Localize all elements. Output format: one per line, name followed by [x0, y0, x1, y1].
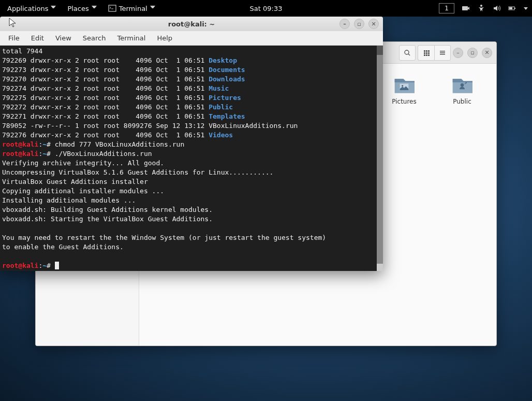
menu-search[interactable]: Search: [78, 32, 111, 44]
panel-right: 1: [439, 3, 528, 13]
chevron-down-icon: [51, 6, 56, 11]
search-button[interactable]: [399, 45, 416, 61]
svg-point-6: [405, 50, 409, 54]
view-group: [418, 45, 451, 61]
terminal-window: root@kali: ~ – ▫ ✕ FileEditViewSearchTer…: [0, 17, 383, 271]
places-label: Places: [67, 5, 88, 12]
svg-rect-7: [424, 50, 425, 52]
menu-help[interactable]: Help: [152, 32, 178, 44]
terminal-icon: [108, 4, 116, 12]
svg-rect-10: [424, 52, 425, 54]
view-grid-button[interactable]: [418, 45, 434, 61]
mouse-cursor-icon: [9, 18, 17, 30]
scrollbar-down[interactable]: [377, 264, 383, 271]
view-menu-button[interactable]: [434, 45, 451, 61]
close-button[interactable]: ✕: [368, 19, 379, 29]
svg-rect-15: [428, 54, 430, 56]
top-panel: Applications Places Terminal Sat 09:33 1: [0, 0, 532, 17]
svg-rect-9: [428, 50, 430, 52]
terminal-cursor: [55, 262, 59, 269]
volume-icon[interactable]: [493, 4, 501, 12]
terminal-taskbar-item[interactable]: Terminal: [105, 2, 158, 15]
pictures-icon: [391, 74, 418, 96]
svg-point-2: [480, 5, 482, 7]
places-menu[interactable]: Places: [64, 3, 99, 15]
folder-item-public[interactable]: Public: [434, 74, 490, 123]
battery-icon[interactable]: [508, 4, 516, 12]
menu-view[interactable]: View: [50, 32, 77, 44]
svg-rect-0: [109, 5, 116, 11]
terminal-window-controls: – ▫ ✕: [339, 19, 379, 29]
chevron-down-icon: [150, 6, 155, 11]
files-window-controls: – ▫ ✕: [453, 48, 492, 58]
chevron-down-icon[interactable]: [524, 7, 528, 10]
panel-left: Applications Places Terminal: [4, 2, 158, 15]
svg-rect-13: [424, 54, 425, 56]
terminal-title: root@kali: ~: [168, 20, 215, 28]
svg-rect-14: [426, 54, 427, 56]
maximize-button[interactable]: ▫: [467, 48, 478, 58]
terminal-label: Terminal: [119, 5, 147, 12]
clock[interactable]: Sat 09:33: [250, 5, 283, 12]
svg-point-25: [402, 85, 403, 87]
chevron-down-icon: [92, 6, 97, 11]
applications-menu[interactable]: Applications: [4, 3, 59, 15]
svg-rect-4: [514, 8, 515, 9]
close-button[interactable]: ✕: [482, 48, 492, 58]
applications-label: Applications: [7, 5, 48, 12]
terminal-menubar: FileEditViewSearchTerminalHelp: [0, 31, 383, 46]
terminal-titlebar[interactable]: root@kali: ~ – ▫ ✕: [0, 17, 383, 31]
svg-rect-11: [426, 52, 427, 54]
folder-label: Pictures: [392, 98, 417, 105]
minimize-button[interactable]: –: [453, 48, 463, 58]
camera-icon[interactable]: [462, 4, 470, 12]
workspace-indicator[interactable]: 1: [439, 3, 454, 13]
svg-rect-16: [440, 51, 445, 52]
svg-rect-8: [426, 50, 427, 52]
minimize-button[interactable]: –: [339, 19, 350, 29]
scrollbar-up[interactable]: [377, 46, 383, 55]
svg-rect-18: [440, 54, 445, 55]
svg-rect-17: [440, 52, 445, 53]
public-icon: [449, 74, 476, 96]
accessibility-icon[interactable]: [477, 4, 485, 12]
folder-label: Public: [453, 98, 471, 105]
svg-rect-12: [428, 52, 430, 54]
menu-terminal[interactable]: Terminal: [112, 32, 151, 44]
svg-rect-5: [509, 7, 512, 9]
folder-item-pictures[interactable]: Pictures: [376, 74, 432, 123]
maximize-button[interactable]: ▫: [354, 19, 364, 29]
menu-file[interactable]: File: [3, 32, 25, 44]
svg-rect-1: [462, 6, 468, 10]
menu-edit[interactable]: Edit: [26, 32, 49, 44]
terminal-scrollbar[interactable]: [377, 46, 383, 271]
terminal-content[interactable]: total 7944 792269 drwxr-xr-x 2 root root…: [0, 46, 383, 271]
